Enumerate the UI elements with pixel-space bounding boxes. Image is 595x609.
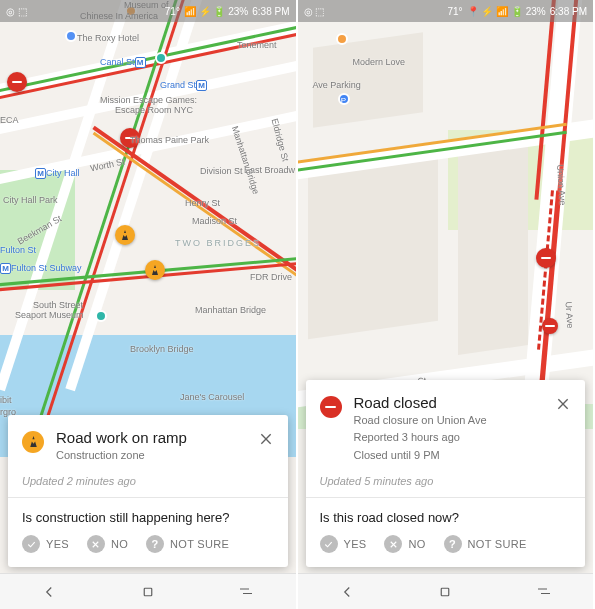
svg-rect-0 [144, 588, 152, 596]
status-signal: 📶 ⚡ 🔋 23% [184, 6, 248, 17]
map-label[interactable]: Fulton St [0, 245, 36, 255]
phone-left: ◎ ⬚ 71° 📶 ⚡ 🔋 23% 6:38 PM [0, 0, 298, 609]
status-bar: ◎ ⬚ 71° 📍 ⚡ 📶 🔋 23% 6:38 PM [298, 0, 594, 22]
status-signal: 📍 ⚡ 📶 🔋 23% [467, 6, 546, 17]
check-icon [22, 535, 40, 553]
map-label[interactable]: MCity Hall [35, 168, 80, 179]
poi-icon[interactable] [336, 33, 348, 45]
map-label[interactable]: Canal StM [100, 57, 146, 68]
building [458, 145, 528, 355]
status-time: 6:38 PM [252, 6, 289, 17]
status-temp: 71° [447, 6, 462, 17]
android-navbar [0, 573, 296, 609]
status-left-icons: ◎ ⬚ [6, 6, 27, 17]
map-label: South Street [33, 300, 83, 310]
answer-no[interactable]: NO [87, 535, 128, 553]
status-bar: ◎ ⬚ 71° 📶 ⚡ 🔋 23% 6:38 PM [0, 0, 296, 22]
card-title: Road closed [354, 394, 487, 411]
map-label: Modern Love [353, 57, 406, 67]
map-label[interactable]: MFulton St Subway [0, 263, 82, 274]
road-closed-icon[interactable] [542, 318, 558, 334]
map-label: Division St [200, 166, 243, 176]
map-label: Escape Room NYC [115, 105, 193, 115]
map-label: Seaport Museum [15, 310, 84, 320]
map-label: Thomas Paine Park [130, 135, 209, 145]
map-label: Manhattan Bridge [230, 125, 261, 196]
map-label: Ave Parking [313, 80, 361, 90]
x-icon [384, 535, 402, 553]
close-button[interactable] [551, 392, 575, 416]
poi-icon[interactable] [95, 310, 107, 322]
x-icon [87, 535, 105, 553]
answer-label: NOT SURE [170, 538, 229, 550]
back-button[interactable] [19, 574, 79, 610]
map-label: TWO BRIDGES [175, 238, 261, 248]
map-label: City Hall Park [3, 195, 58, 205]
answer-label: NO [111, 538, 128, 550]
incident-card: Road closed Road closure on Union Ave Re… [306, 380, 586, 567]
incident-card: Road work on ramp Construction zone Upda… [8, 415, 288, 567]
card-sub3: Closed until 9 PM [354, 448, 487, 463]
map-label: Brooklyn Bridge [130, 344, 194, 354]
answer-no[interactable]: NO [384, 535, 425, 553]
road-closed-icon[interactable] [536, 248, 556, 268]
answer-label: YES [46, 538, 69, 550]
map-label: ibit [0, 395, 12, 405]
road-work-icon [22, 431, 44, 453]
poi-icon[interactable] [65, 30, 77, 42]
phone-right: ◎ ⬚ 71° 📍 ⚡ 📶 🔋 23% 6:38 PM P Modern Lov… [298, 0, 596, 609]
poi-icon[interactable] [155, 52, 167, 64]
card-title: Road work on ramp [56, 429, 187, 446]
map-label: ECA [0, 115, 19, 125]
answer-label: NOT SURE [468, 538, 527, 550]
status-time: 6:38 PM [550, 6, 587, 17]
road-work-icon[interactable] [145, 260, 165, 280]
map-label: Tenement [237, 40, 277, 50]
map-label: Mission Escape Games: [100, 95, 197, 105]
map-label: Henry St [185, 198, 220, 208]
answer-notsure[interactable]: ? NOT SURE [146, 535, 229, 553]
road-work-icon[interactable] [115, 225, 135, 245]
card-updated: Updated 2 minutes ago [22, 475, 274, 487]
card-sub1: Road closure on Union Ave [354, 413, 487, 428]
card-sub2: Reported 3 hours ago [354, 430, 487, 445]
recents-button[interactable] [216, 574, 276, 610]
card-updated: Updated 5 minutes ago [320, 475, 572, 487]
status-temp: 71° [165, 6, 180, 17]
svg-rect-1 [442, 588, 450, 596]
answer-label: NO [408, 538, 425, 550]
question-icon: ? [146, 535, 164, 553]
prompt-text: Is this road closed now? [320, 510, 572, 525]
answer-yes[interactable]: YES [320, 535, 367, 553]
map-label[interactable]: Grand StM [160, 80, 207, 91]
parking-icon[interactable]: P [338, 93, 350, 105]
answer-yes[interactable]: YES [22, 535, 69, 553]
prompt-text: Is construction still happening here? [22, 510, 274, 525]
close-button[interactable] [254, 427, 278, 451]
back-button[interactable] [317, 574, 377, 610]
check-icon [320, 535, 338, 553]
map-label: The Roxy Hotel [77, 33, 139, 43]
status-left-icons: ◎ ⬚ [304, 6, 325, 17]
home-button[interactable] [118, 574, 178, 610]
map-label: Ur Ave [563, 301, 575, 328]
card-subtitle: Construction zone [56, 448, 187, 463]
map-label: FDR Drive [250, 272, 292, 282]
map-label: Madison St [192, 216, 237, 226]
map-label: Eldridge St [269, 117, 290, 162]
map-label: Manhattan Bridge [195, 305, 266, 315]
question-icon: ? [444, 535, 462, 553]
road-closed-icon[interactable] [7, 72, 27, 92]
road-closed-icon [320, 396, 342, 418]
android-navbar [298, 573, 594, 609]
map-label: Jane's Carousel [180, 392, 244, 402]
home-button[interactable] [415, 574, 475, 610]
answer-notsure[interactable]: ? NOT SURE [444, 535, 527, 553]
recents-button[interactable] [514, 574, 574, 610]
answer-label: YES [344, 538, 367, 550]
